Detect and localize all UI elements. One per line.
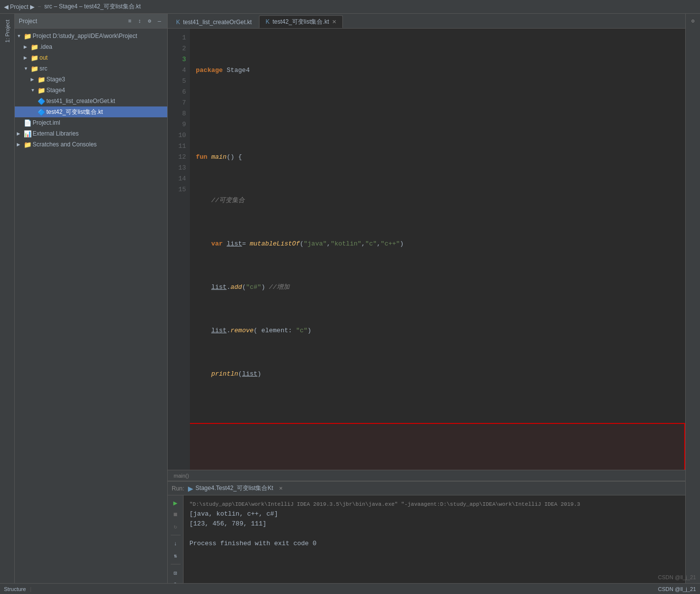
tree-item-extlib[interactable]: ▶ 📊 External Libraries — [15, 128, 167, 139]
run-btn-restart[interactable]: ↻ — [170, 521, 181, 532]
panel-icon-sort[interactable]: ↕ — [136, 17, 144, 25]
tree-item-test41[interactable]: 🔷 test41_list_createOrGet.kt — [15, 96, 167, 106]
run-toolbar-sep — [171, 535, 181, 535]
bottom-sep: | — [30, 586, 32, 592]
run-btn-stop[interactable]: ■ — [170, 509, 181, 520]
file-icon-iml: 📄 — [24, 119, 33, 127]
folder-icon-extlib: 📊 — [24, 130, 33, 138]
str-kotlin: "kotlin" — [331, 239, 361, 249]
ln-15: 15 — [168, 184, 186, 195]
ln-11: 11 — [168, 141, 186, 152]
bottom-structure[interactable]: Structure — [4, 586, 26, 592]
kw-package: package — [196, 65, 223, 76]
arrow-project: ▼ — [17, 34, 24, 38]
folder-icon-stage4: 📁 — [37, 87, 46, 94]
red-box — [190, 423, 685, 470]
ln-8: 8 — [168, 108, 186, 119]
tree-label-idea: .idea — [39, 43, 52, 50]
cm-add: //增加 — [269, 282, 290, 293]
arrow-idea: ▶ — [24, 44, 31, 49]
line-numbers: 1 2 3 4 5 6 7 8 9 10 11 12 13 14 15 — [168, 29, 190, 470]
folder-icon-idea: 📁 — [31, 43, 39, 51]
var-list-6: list — [211, 282, 226, 293]
panel-icon-minimize[interactable]: — — [155, 17, 163, 25]
folder-icon-out: 📁 — [31, 54, 39, 62]
tab-label-test41: test41_list_createOrGet.kt — [183, 19, 252, 26]
tree-label-stage3: Stage3 — [46, 76, 65, 83]
arrow-extlib: ▶ — [17, 131, 24, 136]
var-list-8: list — [242, 369, 258, 380]
run-btn-scroll-end[interactable]: ↓ — [170, 538, 181, 549]
tree-item-idea[interactable]: ▶ 📁 .idea — [15, 41, 167, 52]
folder-icon-stage3: 📁 — [37, 76, 46, 83]
panel-icon-settings[interactable]: ⚙ — [146, 17, 153, 25]
fn-remove: remove — [230, 325, 254, 336]
code-editor[interactable]: 1 2 3 4 5 6 7 8 9 10 11 12 13 14 15 — [168, 29, 685, 470]
fn-println-8: println — [211, 369, 238, 380]
bottom-bar: Structure | CSDN @ll_j_21 — [0, 583, 700, 594]
tree-item-scratches[interactable]: ▶ 📁 Scratches and Consoles — [15, 139, 167, 150]
fn-add: add — [230, 282, 242, 293]
run-tab-icon: ▶ — [188, 485, 193, 492]
code-content[interactable]: package Stage4 ▶ fun main() { //可变集合 — [190, 29, 685, 470]
code-line-5: var list= mutableListOf("java","kotlin",… — [196, 239, 685, 249]
arrow-stage3: ▶ — [31, 77, 37, 82]
ln-13: 13 — [168, 163, 186, 174]
panel-icon-list[interactable]: ≡ — [126, 17, 134, 25]
editor-tabs: K test41_list_createOrGet.kt K test42_可变… — [168, 14, 685, 29]
str-cs: "c#" — [246, 282, 261, 293]
run-btn-soft-wrap[interactable]: ⊡ — [170, 567, 181, 578]
project-panel: Project ≡ ↕ ⚙ — ▼ 📁 Project D:\study_app… — [15, 14, 168, 594]
ln-1: 1 — [168, 33, 186, 43]
tree-item-stage3[interactable]: ▶ 📁 Stage3 — [15, 74, 167, 85]
ln-14: 14 — [168, 174, 186, 184]
ln-2: 2 — [168, 43, 186, 54]
code-line-6: list.add("c#") //增加 — [196, 282, 685, 293]
run-output-2: [123, 456, 789, 111] — [189, 519, 679, 529]
tree-item-src[interactable]: ▼ 📁 src — [15, 63, 167, 74]
str-c-remove: "c" — [296, 325, 307, 336]
file-icon-test42: 🔷 — [37, 108, 46, 116]
code-line-7: list.remove( element: "c") — [196, 325, 685, 336]
run-tab-close[interactable]: ✕ — [279, 485, 283, 492]
run-panel: Run: ▶ Stage4.Test42_可变list集合Kt ✕ ▶ ■ ↻ … — [168, 481, 685, 594]
str-c: "c" — [365, 239, 376, 249]
run-tab[interactable]: ▶ Stage4.Test42_可变list集合Kt — [188, 484, 273, 492]
editor-area: K test41_list_createOrGet.kt K test42_可变… — [168, 14, 685, 594]
tab-icon-test42: K — [265, 18, 269, 25]
tree-item-test42[interactable]: 🔷 test42_可变list集合.kt — [15, 106, 167, 117]
right-icon-1[interactable]: ⚙ — [689, 16, 697, 26]
tree-item-stage4[interactable]: ▼ 📁 Stage4 — [15, 85, 167, 96]
run-btn-play[interactable]: ▶ — [170, 497, 181, 508]
title-bar: ◀ Project ▶ – src – Stage4 – test42_可变li… — [0, 0, 700, 14]
run-btn-sort[interactable]: ⇅ — [170, 550, 181, 561]
file-icon-test41: 🔷 — [37, 98, 46, 105]
run-panel-header: Run: ▶ Stage4.Test42_可变list集合Kt ✕ — [168, 482, 685, 495]
project-tab[interactable]: 1: Project — [2, 16, 12, 46]
cm-4: //可变集合 — [196, 195, 245, 206]
left-strip: 1: Project — [0, 14, 15, 594]
tree-item-projectiml[interactable]: 📄 Project.iml — [15, 117, 167, 128]
tree-label-test42: test42_可变list集合.kt — [46, 108, 103, 116]
code-line-2 — [196, 108, 685, 119]
run-label: Run: — [172, 485, 184, 492]
title-project[interactable]: ◀ Project ▶ — [4, 3, 35, 10]
run-toolbar: ▶ ■ ↻ ↓ ⇅ ⊡ 🗑 — [168, 495, 184, 594]
code-line-8: println(list) — [196, 369, 685, 380]
run-cmd-line: "D:\study_app\IDEA\work\IntelliJ IDEA 20… — [189, 499, 679, 509]
arrow-stage4: ▼ — [31, 88, 37, 93]
tree-item-project-root[interactable]: ▼ 📁 Project D:\study_app\IDEA\work\Proje… — [15, 31, 167, 41]
ln-5: 5 — [168, 76, 186, 87]
tab-test42[interactable]: K test42_可变list集合.kt ✕ — [259, 15, 343, 28]
ln-3: 3 — [168, 54, 186, 65]
tab-close-test42[interactable]: ✕ — [332, 19, 336, 25]
tree-item-out[interactable]: ▶ 📁 out — [15, 52, 167, 63]
tree-label-extlib: External Libraries — [33, 130, 78, 137]
tab-test41[interactable]: K test41_list_createOrGet.kt — [170, 15, 258, 28]
arrow-scratches: ▶ — [17, 142, 24, 147]
highlighted-block: //不可变集合，不能完成可变操作，例如无法使用list2.add var lis… — [196, 423, 685, 470]
title-path: src – Stage4 – test42_可变list集合.kt — [44, 2, 141, 11]
kw-fun: fun — [196, 152, 207, 163]
breadcrumb-text: main() — [174, 473, 189, 479]
tree-label-test41: test41_list_createOrGet.kt — [46, 98, 115, 105]
